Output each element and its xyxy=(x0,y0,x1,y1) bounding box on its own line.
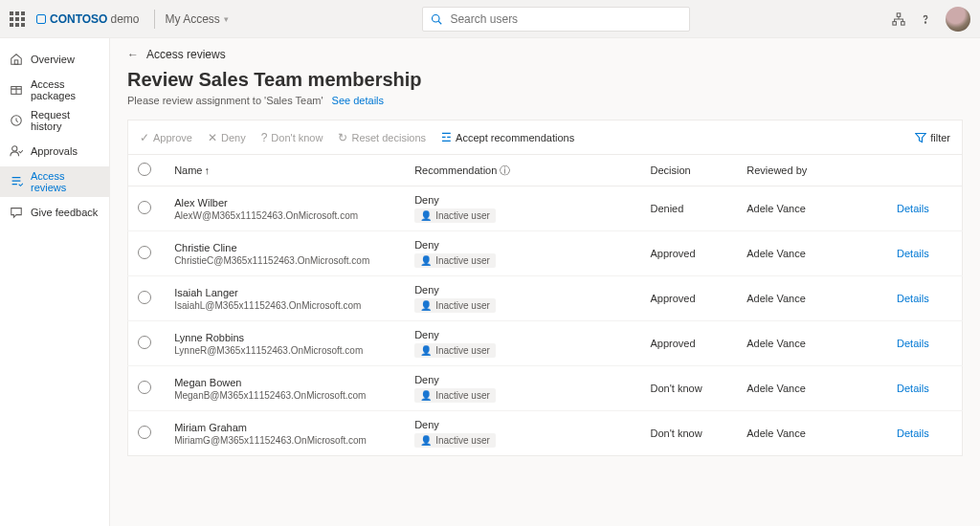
info-icon[interactable]: ⓘ xyxy=(500,164,510,176)
decision-cell: Approved xyxy=(641,321,738,366)
sidebar-item-label: Access reviews xyxy=(31,170,100,193)
home-icon xyxy=(10,53,23,66)
sidebar-item-label: Give feedback xyxy=(31,207,98,218)
svg-point-5 xyxy=(924,21,925,22)
main-content: ← Access reviews Review Sales Team membe… xyxy=(110,38,980,526)
details-link[interactable]: Details xyxy=(897,248,929,259)
sidebar-item-label: Request history xyxy=(31,109,100,132)
sidebar-item-label: Approvals xyxy=(31,145,78,157)
row-select-radio[interactable] xyxy=(138,201,151,214)
user-off-icon: 👤 xyxy=(420,210,432,221)
check-icon: ✓ xyxy=(140,131,149,144)
reviewer-cell: Adele Vance xyxy=(737,231,887,276)
user-off-icon: 👤 xyxy=(420,300,432,311)
history-icon xyxy=(10,114,23,127)
user-avatar[interactable] xyxy=(946,7,970,32)
search-box[interactable] xyxy=(422,7,690,32)
recommendation-header: Recommendation ⓘ xyxy=(405,155,640,186)
deny-button[interactable]: ✕Deny xyxy=(208,131,246,144)
details-link[interactable]: Details xyxy=(897,427,929,439)
back-arrow-icon[interactable]: ← xyxy=(127,48,139,61)
package-icon xyxy=(10,83,23,97)
table-row: Isaiah LangerIsaiahL@M365x11152463.OnMic… xyxy=(128,276,963,321)
reset-decisions-button[interactable]: ↻Reset decisions xyxy=(338,131,426,144)
app-launcher-icon[interactable] xyxy=(10,11,25,27)
svg-line-1 xyxy=(439,21,442,24)
sidebar-item-access-reviews[interactable]: Access reviews xyxy=(0,166,109,197)
details-link[interactable]: Details xyxy=(897,338,929,349)
svg-point-0 xyxy=(433,14,440,22)
decision-cell: Denied xyxy=(641,186,738,231)
reviewer-cell: Adele Vance xyxy=(737,321,887,366)
user-off-icon: 👤 xyxy=(420,435,432,446)
reviewer-cell: Adele Vance xyxy=(737,366,887,411)
details-link[interactable]: Details xyxy=(897,203,929,214)
recommendation-value: Deny xyxy=(414,329,631,340)
user-email: MeganB@M365x11152463.OnMicrosoft.com xyxy=(174,390,395,401)
name-header[interactable]: Name↑ xyxy=(165,155,405,186)
row-select-radio[interactable] xyxy=(138,336,151,349)
decision-cell: Approved xyxy=(641,276,738,321)
recommendation-value: Deny xyxy=(414,194,631,206)
table-row: Megan BowenMeganB@M365x11152463.OnMicros… xyxy=(128,366,963,411)
user-name: Isaiah Langer xyxy=(174,287,395,298)
sidebar-item-request-history[interactable]: Request history xyxy=(0,105,109,136)
user-email: MiriamG@M365x11152463.OnMicrosoft.com xyxy=(174,435,395,446)
reviewed-by-header: Reviewed by xyxy=(737,155,887,186)
brand-logo-icon xyxy=(36,14,46,24)
see-details-link[interactable]: See details xyxy=(332,95,384,106)
radio-icon xyxy=(138,163,151,176)
org-chart-icon[interactable] xyxy=(892,12,905,26)
help-icon[interactable] xyxy=(919,12,932,26)
approval-icon xyxy=(10,144,23,158)
svg-rect-2 xyxy=(897,12,901,16)
table-row: Lynne RobbinsLynneR@M365x11152463.OnMicr… xyxy=(128,321,963,366)
row-select-radio[interactable] xyxy=(138,246,151,259)
search-input[interactable] xyxy=(448,11,681,27)
select-all-header[interactable] xyxy=(128,155,166,186)
sort-up-icon: ↑ xyxy=(204,164,210,176)
review-table: Name↑ Recommendation ⓘ Decision Reviewed… xyxy=(127,154,963,456)
decision-cell: Approved xyxy=(641,231,738,276)
user-name: Christie Cline xyxy=(174,242,395,253)
sidebar-item-give-feedback[interactable]: Give feedback xyxy=(0,197,109,228)
page-subtitle: Please review assignment to 'Sales Team'… xyxy=(127,95,963,106)
reviewer-cell: Adele Vance xyxy=(737,186,887,231)
sidebar-item-access-packages[interactable]: Access packages xyxy=(0,75,109,105)
divider xyxy=(154,10,155,29)
sidebar-item-overview[interactable]: Overview xyxy=(0,44,109,75)
accept-recommendations-button[interactable]: ☲Accept recommendations xyxy=(441,131,574,144)
details-link[interactable]: Details xyxy=(897,293,929,304)
feedback-icon xyxy=(10,206,23,219)
app-dropdown[interactable]: My Access ▾ xyxy=(165,12,228,26)
user-off-icon: 👤 xyxy=(420,255,432,266)
breadcrumb: ← Access reviews xyxy=(127,48,963,61)
dont-know-button[interactable]: ?Don't know xyxy=(261,131,323,144)
inactive-user-tag: 👤Inactive user xyxy=(414,208,496,223)
sidebar-item-approvals[interactable]: Approvals xyxy=(0,136,109,166)
recommendation-value: Deny xyxy=(414,374,631,385)
user-off-icon: 👤 xyxy=(420,345,432,356)
brand-name: CONTOSO xyxy=(50,12,107,26)
user-name: Alex Wilber xyxy=(174,197,395,208)
svg-rect-4 xyxy=(902,21,905,25)
top-right xyxy=(892,7,970,32)
x-icon: ✕ xyxy=(208,131,217,144)
table-row: Christie ClineChristieC@M365x11152463.On… xyxy=(128,231,963,276)
question-icon: ? xyxy=(261,131,268,144)
row-select-radio[interactable] xyxy=(138,426,151,439)
subtitle-text: Please review assignment to 'Sales Team' xyxy=(127,95,323,106)
brand[interactable]: CONTOSO demo xyxy=(36,12,139,26)
row-select-radio[interactable] xyxy=(138,381,151,394)
approve-button[interactable]: ✓Approve xyxy=(140,131,192,144)
reset-icon: ↻ xyxy=(338,131,347,144)
user-name: Miriam Graham xyxy=(174,422,395,433)
command-bar: ✓Approve ✕Deny ?Don't know ↻Reset decisi… xyxy=(127,120,963,154)
row-select-radio[interactable] xyxy=(138,291,151,304)
details-link[interactable]: Details xyxy=(897,383,929,394)
filter-button[interactable]: filter xyxy=(915,132,950,143)
top-bar: CONTOSO demo My Access ▾ xyxy=(0,0,980,38)
page-title: Review Sales Team membership xyxy=(127,69,963,91)
user-name: Megan Bowen xyxy=(174,377,395,388)
user-email: LynneR@M365x11152463.OnMicrosoft.com xyxy=(174,345,395,356)
